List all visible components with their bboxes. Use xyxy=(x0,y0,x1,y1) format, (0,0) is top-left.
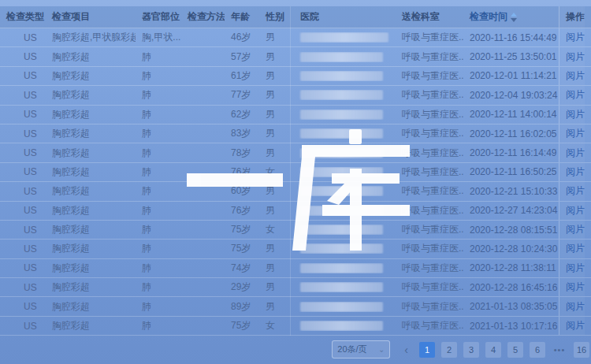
hospital-name-redacted xyxy=(300,128,383,139)
cell-hospital xyxy=(294,206,396,216)
cell-action: 阅片 xyxy=(559,143,585,162)
cell-organ: 肺 xyxy=(136,280,181,294)
cell-exam-item: 胸腔彩超 xyxy=(46,50,136,64)
view-film-link[interactable]: 阅片 xyxy=(566,319,585,332)
cell-hospital xyxy=(294,263,396,273)
cell-exam-type: US xyxy=(0,90,46,101)
view-film-link[interactable]: 阅片 xyxy=(566,50,585,64)
column-header-exam-item: 检查项目 xyxy=(46,10,136,24)
exam-list-page: 检查类型检查项目器官部位检查方法年龄性别医院送检科室检查时间操作 US胸腔彩超,… xyxy=(0,0,591,364)
view-film-link[interactable]: 阅片 xyxy=(566,184,585,198)
page-button-5[interactable]: 5 xyxy=(507,342,523,358)
cell-department: 呼吸与重症医... xyxy=(396,223,463,236)
cell-action: 阅片 xyxy=(559,47,585,65)
table-row: US胸腔彩超肺75岁男呼吸与重症医...2020-12-28 10:24:30阅… xyxy=(0,240,591,258)
view-film-link[interactable]: 阅片 xyxy=(566,223,585,236)
cell-gender: 男 xyxy=(259,262,294,275)
sort-descending-icon xyxy=(511,18,517,22)
cell-action: 阅片 xyxy=(559,182,585,200)
view-film-link[interactable]: 阅片 xyxy=(566,242,585,255)
cell-hospital xyxy=(294,186,396,196)
sort-ascending-icon xyxy=(511,13,517,17)
cell-age: 78岁 xyxy=(225,147,259,160)
view-film-link[interactable]: 阅片 xyxy=(566,108,585,121)
cell-age: 74岁 xyxy=(225,262,259,275)
view-film-link[interactable]: 阅片 xyxy=(566,69,585,83)
cell-hospital xyxy=(294,225,396,235)
cell-gender: 女 xyxy=(259,165,294,179)
view-film-link[interactable]: 阅片 xyxy=(566,88,585,102)
view-film-link[interactable]: 阅片 xyxy=(566,31,585,44)
cell-organ: 肺 xyxy=(136,69,181,83)
cell-hospital xyxy=(294,167,396,177)
column-header-organ-part: 器官部位 xyxy=(136,10,181,24)
column-header-age: 年龄 xyxy=(225,10,259,24)
cell-exam-time: 2021-01-13 10:17:16 xyxy=(463,321,559,332)
prev-page-button[interactable]: ‹ xyxy=(401,344,411,356)
view-film-link[interactable]: 阅片 xyxy=(566,280,585,294)
cell-age: 76岁 xyxy=(225,204,259,217)
view-film-link[interactable]: 阅片 xyxy=(566,262,585,275)
cell-organ: 肺 xyxy=(136,300,181,314)
cell-organ: 肺 xyxy=(136,147,181,160)
table-row: US胸腔彩超肺75岁女呼吸与重症医...2021-01-13 10:17:16阅… xyxy=(0,317,591,336)
page-button-1[interactable]: 1 xyxy=(419,342,435,358)
cell-age: 57岁 xyxy=(225,50,259,64)
cell-action: 阅片 xyxy=(559,221,585,239)
cell-exam-item: 胸腔彩超 xyxy=(46,242,136,255)
cell-action: 阅片 xyxy=(559,28,585,46)
page-button-2[interactable]: 2 xyxy=(441,342,457,358)
cell-exam-type: US xyxy=(0,301,46,312)
table-body: US胸腔彩超,甲状腺彩超胸,甲状...46岁男呼吸与重症医...2020-11-… xyxy=(0,28,591,336)
cell-gender: 男 xyxy=(259,69,294,83)
column-label: 医院 xyxy=(300,10,319,24)
hospital-name-redacted xyxy=(300,302,383,312)
cell-exam-item: 胸腔彩超 xyxy=(46,127,136,140)
cell-gender: 男 xyxy=(259,50,294,64)
cell-gender: 男 xyxy=(259,300,294,314)
cell-hospital xyxy=(294,32,396,43)
view-film-link[interactable]: 阅片 xyxy=(566,300,585,314)
cell-exam-item: 胸腔彩超 xyxy=(46,262,136,275)
cell-department: 呼吸与重症医... xyxy=(396,242,463,255)
table-row: US胸腔彩超肺77岁男呼吸与重症医...2020-12-04 19:03:24阅… xyxy=(0,86,591,105)
view-film-link[interactable]: 阅片 xyxy=(566,165,585,179)
cell-exam-item: 胸腔彩超 xyxy=(46,88,136,102)
cell-gender: 男 xyxy=(259,88,294,102)
page-button-6[interactable]: 6 xyxy=(530,342,545,358)
cell-hospital xyxy=(294,52,396,62)
page-button-4[interactable]: 4 xyxy=(485,342,501,358)
cell-exam-type: US xyxy=(0,109,46,120)
column-header-exam-time[interactable]: 检查时间 xyxy=(463,10,559,24)
cell-exam-time: 2020-12-11 14:00:14 xyxy=(463,109,559,120)
cell-exam-item: 胸腔彩超,甲状腺彩超 xyxy=(46,31,136,44)
table-row: US胸腔彩超肺78岁男呼吸与重症医...2020-12-11 16:14:49阅… xyxy=(0,143,591,162)
column-label: 送检科室 xyxy=(402,10,440,24)
cell-age: 46岁 xyxy=(225,31,259,44)
cell-age: 89岁 xyxy=(225,300,259,314)
page-button-16[interactable]: 16 xyxy=(574,342,589,358)
cell-exam-time: 2020-12-11 16:02:05 xyxy=(463,128,559,139)
cell-department: 呼吸与重症医... xyxy=(396,88,463,102)
cell-department: 呼吸与重症医... xyxy=(396,204,463,217)
cell-gender: 男 xyxy=(259,280,294,294)
page-button-3[interactable]: 3 xyxy=(463,342,479,358)
hospital-name-redacted xyxy=(300,263,383,273)
cell-exam-type: US xyxy=(0,51,46,62)
cell-organ: 肺 xyxy=(136,262,181,275)
cell-exam-type: US xyxy=(0,147,46,158)
column-header-hospital: 医院 xyxy=(294,10,396,24)
cell-action: 阅片 xyxy=(559,259,585,277)
view-film-link[interactable]: 阅片 xyxy=(566,127,585,140)
page-button-list: 123456•••16 xyxy=(419,342,589,358)
column-label: 性别 xyxy=(266,10,284,24)
page-size-select[interactable]: 20条/页 ⌄ xyxy=(332,340,390,358)
cell-organ: 肺 xyxy=(136,165,181,179)
hospital-name-redacted xyxy=(300,206,383,216)
view-film-link[interactable]: 阅片 xyxy=(566,147,585,160)
page-ellipsis[interactable]: ••• xyxy=(552,342,567,358)
cell-department: 呼吸与重症医... xyxy=(396,108,463,121)
cell-organ: 肺 xyxy=(136,50,181,64)
view-film-link[interactable]: 阅片 xyxy=(566,204,585,217)
column-label: 检查时间 xyxy=(470,10,507,24)
